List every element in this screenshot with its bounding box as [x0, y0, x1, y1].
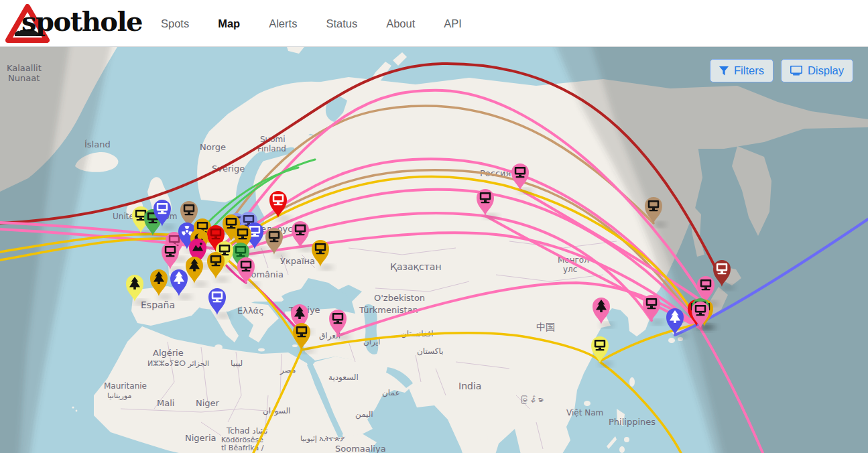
monitor-stand	[484, 200, 487, 202]
monitor-screen	[137, 212, 144, 216]
nav-item-about[interactable]: About	[386, 17, 415, 30]
monitor-screen	[481, 194, 489, 198]
monitor-stand	[214, 263, 217, 265]
monitor-screen	[647, 300, 655, 304]
filters-button-label: Filters	[734, 64, 764, 77]
nav-item-spots[interactable]: Spots	[161, 17, 189, 30]
monitor-base	[274, 204, 283, 205]
map-label: Mali	[157, 398, 174, 408]
monitor-base	[696, 314, 705, 316]
monitor-base	[296, 234, 305, 235]
marker-shadow	[299, 246, 314, 251]
monitor-base	[718, 273, 727, 274]
monitor-screen	[702, 281, 709, 285]
monitor-screen	[245, 217, 252, 221]
monitor-base	[334, 322, 343, 324]
monitor-screen	[696, 307, 704, 311]
map-label: باکستان	[417, 346, 444, 356]
mountain-sun	[200, 243, 202, 245]
island	[76, 410, 78, 412]
monitor-base	[158, 212, 167, 214]
marker-shadow	[178, 294, 192, 299]
brand-logo[interactable]: spothole	[5, 0, 156, 47]
monitor-stand	[336, 321, 339, 323]
map-label: Қазақстан	[390, 261, 442, 272]
monitor-screen	[239, 231, 246, 235]
monitor-stand	[161, 211, 164, 213]
marker-shadow	[319, 265, 334, 269]
monitor-screen	[212, 231, 219, 235]
nav-item-status[interactable]: Status	[326, 17, 357, 30]
monitor-stand	[300, 334, 303, 336]
monitor-base	[251, 235, 259, 237]
marker-shadow	[216, 313, 231, 318]
map-label: Algérie	[153, 348, 184, 358]
monitor-base	[212, 238, 221, 239]
monitor-stand	[599, 348, 601, 350]
monitor-screen	[237, 248, 244, 252]
monitor-stand	[169, 254, 172, 256]
island	[214, 344, 223, 350]
map-label: улс	[563, 265, 577, 274]
monitor-screen	[166, 248, 174, 252]
marker-shadow	[484, 214, 499, 218]
marker-shadow	[336, 334, 351, 339]
marker-shadow	[245, 282, 259, 287]
monitor-base	[270, 241, 279, 242]
monitor-stand	[721, 271, 723, 273]
monitor-screen	[158, 205, 166, 209]
map-label: Norge	[200, 142, 226, 152]
marker-shadow	[277, 216, 292, 220]
monitor-stand	[299, 233, 302, 235]
map-label: عمان	[382, 388, 400, 397]
monitor-screen	[296, 226, 304, 231]
map-label: ليبيا	[231, 359, 243, 368]
monitor-screen	[718, 265, 725, 269]
monitor-screen	[242, 263, 249, 267]
monitor-base	[649, 210, 658, 211]
island	[258, 348, 265, 352]
monitor-screen	[170, 237, 178, 241]
display-icon	[790, 66, 802, 76]
display-button-label: Display	[808, 64, 844, 77]
monitor-base	[596, 349, 605, 350]
monitor-stand	[241, 237, 244, 239]
map-label: မြန်မာ	[519, 395, 544, 405]
map-canvas[interactable]: KalaallitNunaatÍslandNorgeSuomiFinlandSv…	[0, 47, 868, 453]
map-label: Україна	[280, 256, 315, 266]
marker-shadow	[300, 348, 315, 352]
navbar: spothole SpotsMapAlertsStatusAboutAPI	[0, 0, 868, 47]
monitor-screen	[227, 220, 235, 224]
map-label: O'zbekiston	[374, 293, 425, 303]
monitor-screen	[298, 328, 305, 332]
marker-shadow	[519, 188, 534, 193]
filters-button[interactable]: Filters	[710, 59, 773, 82]
monitor-screen	[270, 233, 277, 237]
monitor-stand	[273, 239, 275, 241]
monitor-base	[242, 270, 251, 271]
monitor-stand	[230, 226, 233, 228]
monitor-base	[213, 301, 222, 302]
map-label: India	[458, 381, 481, 391]
marker-shadow	[223, 266, 238, 271]
monitor-base	[316, 253, 325, 254]
marker-shadow	[674, 333, 688, 338]
marker-shadow	[600, 322, 615, 327]
display-button[interactable]: Display	[781, 59, 853, 82]
monitor-base	[237, 255, 245, 257]
monitor-stand	[239, 254, 242, 256]
marker-shadow	[161, 224, 176, 229]
island	[72, 406, 74, 408]
monitor-stand	[216, 300, 219, 302]
brand-text: spothole	[21, 5, 142, 37]
monitor-screen	[198, 224, 206, 228]
monitor-stand	[519, 175, 521, 177]
monitor-stand	[139, 218, 142, 220]
nav-item-map[interactable]: Map	[218, 17, 240, 30]
nav-item-alerts[interactable]: Alerts	[269, 17, 297, 30]
marker-shadow	[151, 234, 166, 239]
nav-links: SpotsMapAlertsStatusAboutAPI	[161, 0, 462, 47]
monitor-base	[149, 222, 158, 223]
nav-item-api[interactable]: API	[444, 17, 462, 30]
marker-shadow	[273, 253, 288, 257]
